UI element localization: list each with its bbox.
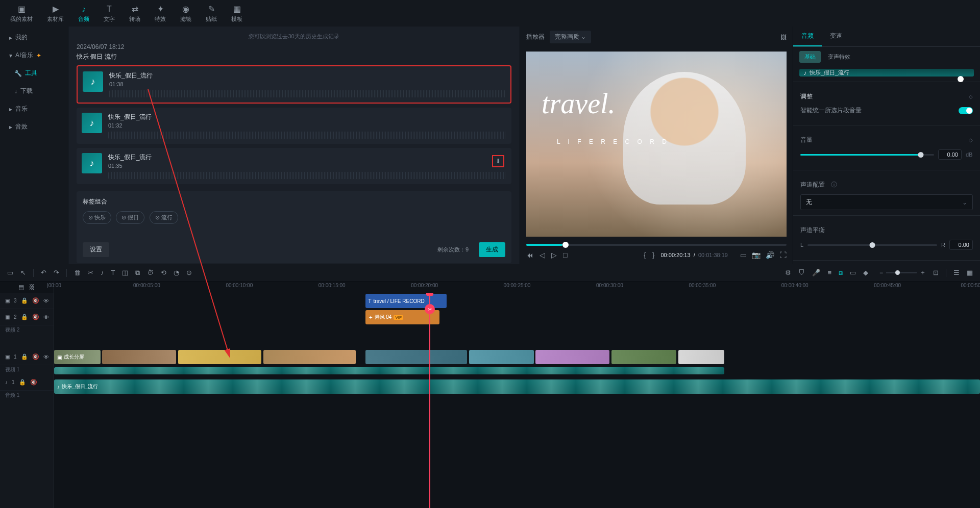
select-tool-icon[interactable]: ▭ xyxy=(7,269,13,276)
volume-value[interactable]: 0.00 xyxy=(938,149,962,160)
tab-text[interactable]: T文字 xyxy=(104,4,115,23)
picture-icon[interactable]: 🖼 xyxy=(780,34,787,41)
tag-chip[interactable]: ⊘ 假日 xyxy=(116,211,144,224)
settings-button[interactable]: 设置 xyxy=(83,242,109,257)
track-area[interactable]: T travel / LIFE RECORD ✦ 港风 04 VIP ▣ 成长分… xyxy=(54,293,980,508)
tab-audio[interactable]: ♪音频 xyxy=(78,4,89,23)
link-lock-icon[interactable]: ⛓ xyxy=(29,284,35,291)
nav-download[interactable]: ↓ 下载 xyxy=(0,82,68,100)
marker-icon[interactable]: ◆ xyxy=(863,269,868,276)
track-head[interactable]: ▣3 🔒🔇👁 xyxy=(0,293,54,309)
volume-icon[interactable]: 🔊 xyxy=(766,251,774,259)
download-icon[interactable]: ⬇ xyxy=(492,155,504,167)
tab-media-lib[interactable]: ▶素材库 xyxy=(47,4,64,23)
track-head[interactable]: ♪1 🔒🔇 xyxy=(0,374,54,391)
video-clip[interactable] xyxy=(678,350,725,364)
audio-clip-card[interactable]: ♪ 快乐_假日_流行 01:35 ⬇ xyxy=(77,148,511,184)
mic-icon[interactable]: 🎤 xyxy=(812,269,820,276)
video-clip[interactable] xyxy=(102,350,176,364)
smart-volume-toggle[interactable] xyxy=(959,107,973,114)
volume-slider[interactable] xyxy=(800,154,934,156)
link-icon[interactable]: ⧉ xyxy=(135,269,140,277)
audio-clip-card[interactable]: ♪ 快乐_假日_流行 01:38 xyxy=(77,65,511,104)
timeline-layout-icon[interactable]: ▤ xyxy=(18,284,24,291)
duration-icon[interactable]: ⊙ xyxy=(186,269,192,276)
tab-stickers[interactable]: ✎贴纸 xyxy=(206,4,217,23)
preview-progress[interactable] xyxy=(526,244,787,246)
playhead[interactable]: ✂ xyxy=(429,293,430,508)
speed-icon[interactable]: ⏱ xyxy=(147,269,154,276)
tab-effects[interactable]: ✦特效 xyxy=(155,4,166,23)
preview-canvas[interactable]: travel. L I F E R E C O R D xyxy=(526,52,787,237)
nav-my[interactable]: ▸ 我的 xyxy=(0,29,68,46)
arrow-tool-icon[interactable]: ↖ xyxy=(20,269,26,276)
tag-chip[interactable]: ⊘ 快乐 xyxy=(83,211,111,224)
scissor-icon[interactable]: ✂ xyxy=(425,304,435,314)
timer-icon[interactable]: ◔ xyxy=(174,269,179,276)
tab-audio-props[interactable]: 音频 xyxy=(793,27,822,46)
video-clip[interactable] xyxy=(535,350,609,364)
audio-clip-card[interactable]: ♪ 快乐_假日_流行 01:32 xyxy=(77,108,511,144)
stop-icon[interactable]: □ xyxy=(563,251,567,259)
keyframe-icon[interactable]: ◇ xyxy=(969,94,973,99)
channel-select[interactable]: 无⌄ xyxy=(800,194,973,210)
zoom-control[interactable]: −＋ xyxy=(879,268,926,277)
quality-select[interactable]: 完整画质 ⌄ xyxy=(550,31,591,43)
play-back-icon[interactable]: ◁ xyxy=(540,251,545,259)
tab-templates[interactable]: ▦模板 xyxy=(231,4,242,23)
nav-ai-music[interactable]: ▾ AI音乐 ✦ xyxy=(0,46,68,64)
tab-my-media[interactable]: ▣我的素材 xyxy=(10,4,33,23)
video-clip[interactable] xyxy=(263,350,356,364)
keyframe-icon[interactable]: ◇ xyxy=(969,137,973,143)
video-clip[interactable] xyxy=(611,350,676,364)
split-icon[interactable]: ✂ xyxy=(88,269,93,276)
undo-icon[interactable]: ↶ xyxy=(41,269,46,276)
list-icon[interactable]: ☰ xyxy=(953,269,960,276)
text-clip[interactable]: T travel / LIFE RECORD xyxy=(365,294,447,308)
clip-waveform[interactable]: ♪ 快乐_假日_流行 xyxy=(799,69,974,77)
redo-icon[interactable]: ↷ xyxy=(54,269,59,276)
reverse-icon[interactable]: ⟲ xyxy=(161,269,166,276)
balance-value[interactable]: 0.00 xyxy=(949,240,973,250)
tab-transition[interactable]: ⇄转场 xyxy=(129,4,140,23)
video-clip[interactable] xyxy=(365,350,468,364)
compare-icon[interactable]: ▭ xyxy=(740,251,747,259)
fit-icon[interactable]: ⊡ xyxy=(933,269,939,276)
nav-music[interactable]: ▸ 音乐 xyxy=(0,100,68,118)
video-clip[interactable] xyxy=(469,350,534,364)
nav-sfx[interactable]: ▸ 音效 xyxy=(0,118,68,136)
settings-icon[interactable]: ⚙ xyxy=(785,269,791,276)
tag-chip[interactable]: ⊘ 流行 xyxy=(150,211,178,224)
tab-filters[interactable]: ◉滤镜 xyxy=(180,4,191,23)
tune-icon[interactable]: ≡ xyxy=(827,269,831,276)
shield-icon[interactable]: ⛉ xyxy=(798,269,805,276)
subtab-voice-fx[interactable]: 变声特效 xyxy=(823,51,855,63)
magnet-icon[interactable]: ⧈ xyxy=(839,269,843,277)
music-tool-icon[interactable]: ♪ xyxy=(101,269,104,276)
play-icon[interactable]: ▷ xyxy=(551,251,557,259)
lock-icon: 🔒 xyxy=(21,297,28,304)
subtab-basic[interactable]: 基础 xyxy=(799,51,821,63)
nav-tools[interactable]: 🔧 工具 xyxy=(0,64,68,82)
bracket-right-icon[interactable]: } xyxy=(652,251,655,259)
track-head[interactable]: ▣2 🔒🔇👁 xyxy=(0,309,54,325)
snap-icon[interactable]: ▭ xyxy=(850,269,856,276)
tab-speed-props[interactable]: 变速 xyxy=(822,27,850,46)
fullscreen-icon[interactable]: ⛶ xyxy=(779,251,787,259)
time-ruler[interactable]: |00:00 00:00:05:00 00:00:10:00 00:00:15:… xyxy=(54,282,980,293)
video-clip[interactable]: ▣ 成长分屏 xyxy=(54,350,101,364)
text-tool-icon[interactable]: T xyxy=(111,269,115,276)
info-icon[interactable]: ⓘ xyxy=(831,181,837,189)
video-audio-wave[interactable] xyxy=(54,367,724,374)
generate-button[interactable]: 生成 xyxy=(479,242,505,257)
grid-icon[interactable]: ▦ xyxy=(967,269,973,276)
delete-icon[interactable]: 🗑 xyxy=(74,269,81,276)
track-head[interactable]: ▣1 🔒🔇👁 xyxy=(0,349,54,365)
balance-slider[interactable] xyxy=(807,244,937,246)
prev-frame-icon[interactable]: ⏮ xyxy=(526,251,533,259)
bracket-left-icon[interactable]: { xyxy=(644,251,646,259)
crop-icon[interactable]: ◫ xyxy=(122,269,128,276)
snapshot-icon[interactable]: 📷 xyxy=(752,251,761,259)
audio-clip[interactable]: ♪ 快乐_假日_流行 xyxy=(54,379,980,394)
video-clip[interactable] xyxy=(178,350,261,364)
